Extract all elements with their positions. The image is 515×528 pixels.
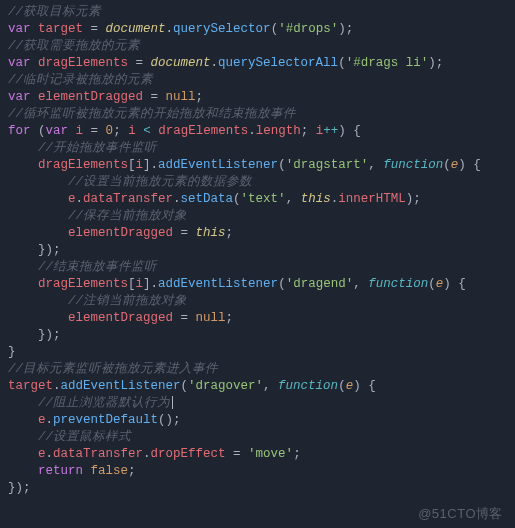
code-line: //阻止浏览器默认行为 <box>8 395 507 412</box>
code-line: //开始拖放事件监听 <box>8 140 507 157</box>
comment: //循环监听被拖放元素的开始拖放和结束拖放事件 <box>8 107 296 121</box>
code-line: for (var i = 0; i < dragElements.length;… <box>8 123 507 140</box>
comment: //临时记录被拖放的元素 <box>8 73 153 87</box>
comment: //阻止浏览器默认行为 <box>38 396 170 410</box>
comment: //目标元素监听被拖放元素进入事件 <box>8 362 218 376</box>
code-line: //循环监听被拖放元素的开始拖放和结束拖放事件 <box>8 106 507 123</box>
comment: //设置鼠标样式 <box>38 430 131 444</box>
code-line: var dragElements = document.querySelecto… <box>8 55 507 72</box>
code-line: elementDragged = this; <box>8 225 507 242</box>
code-editor[interactable]: //获取目标元素 var target = document.querySele… <box>8 4 507 497</box>
code-line: //注销当前拖放对象 <box>8 293 507 310</box>
comment: //注销当前拖放对象 <box>68 294 187 308</box>
code-line: //临时记录被拖放的元素 <box>8 72 507 89</box>
cursor <box>172 396 173 409</box>
code-line: //获取需要拖放的元素 <box>8 38 507 55</box>
code-line: e.preventDefault(); <box>8 412 507 429</box>
comment: //开始拖放事件监听 <box>38 141 157 155</box>
code-line: dragElements[i].addEventListener('dragst… <box>8 157 507 174</box>
comment: //设置当前拖放元素的数据参数 <box>68 175 252 189</box>
comment: //保存当前拖放对象 <box>68 209 187 223</box>
code-line: dragElements[i].addEventListener('dragen… <box>8 276 507 293</box>
code-line: //结束拖放事件监听 <box>8 259 507 276</box>
code-line: elementDragged = null; <box>8 310 507 327</box>
comment: //获取需要拖放的元素 <box>8 39 140 53</box>
code-line: //设置鼠标样式 <box>8 429 507 446</box>
code-line: return false; <box>8 463 507 480</box>
code-line: //保存当前拖放对象 <box>8 208 507 225</box>
code-line: //获取目标元素 <box>8 4 507 21</box>
code-line: e.dataTransfer.dropEffect = 'move'; <box>8 446 507 463</box>
comment: //获取目标元素 <box>8 5 101 19</box>
watermark: @51CTO博客 <box>418 505 503 522</box>
comment: //结束拖放事件监听 <box>38 260 157 274</box>
code-line: e.dataTransfer.setData('text', this.inne… <box>8 191 507 208</box>
code-line: }); <box>8 327 507 344</box>
code-line: }); <box>8 242 507 259</box>
code-line: var target = document.querySelector('#dr… <box>8 21 507 38</box>
code-line: } <box>8 344 507 361</box>
code-line: target.addEventListener('dragover', func… <box>8 378 507 395</box>
code-line: var elementDragged = null; <box>8 89 507 106</box>
code-line: }); <box>8 480 507 497</box>
code-line: //目标元素监听被拖放元素进入事件 <box>8 361 507 378</box>
code-line: //设置当前拖放元素的数据参数 <box>8 174 507 191</box>
